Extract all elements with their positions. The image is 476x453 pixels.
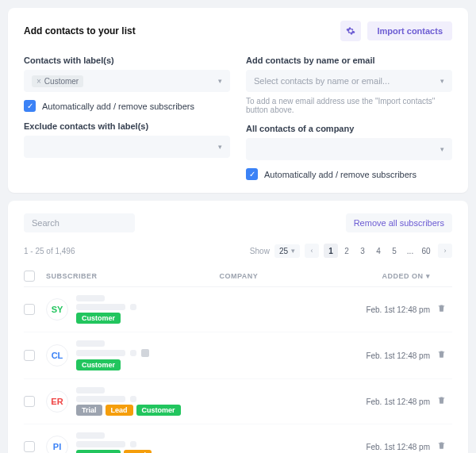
contacts-with-label-title: Contacts with label(s) [24, 56, 230, 65]
chevron-down-icon: ▾ [440, 145, 444, 153]
pagination-row: 1 - 25 of 1,496 Show 25 ▾ ‹ 12345...60 › [24, 244, 452, 258]
table-row: CLCustomerFeb. 1st 12:48 pm [24, 332, 452, 379]
auto-add-checkbox-1[interactable]: ✓ [24, 100, 36, 112]
chevron-down-icon: ▾ [440, 77, 444, 85]
tags: CustomerLead [76, 450, 219, 453]
customer-pill: × Customer [32, 75, 83, 87]
page-1[interactable]: 1 [324, 244, 338, 258]
tag-customer: Customer [76, 359, 121, 370]
added-on: Feb. 1st 12:48 pm [335, 351, 430, 360]
chevron-down-icon: ▾ [426, 272, 431, 280]
contacts-with-labels-section: Contacts with label(s) × Customer ▾ ✓ Au… [24, 56, 230, 180]
by-name-helper: To add a new email address use the "Impo… [246, 97, 452, 114]
table-row: PICustomerLeadFeb. 1st 12:48 pm [24, 424, 452, 453]
subscriber-cell: CustomerLead [76, 432, 219, 453]
list-toolbar: Search Remove all subscribers [24, 213, 452, 232]
filters-card: Add contacts to your list Import contact… [8, 8, 468, 193]
auto-add-row-1: ✓ Automatically add / remove subscribers [24, 100, 230, 112]
prev-page-button[interactable]: ‹ [305, 244, 319, 258]
delete-button[interactable] [437, 305, 446, 314]
settings-button[interactable] [340, 21, 361, 41]
row-checkbox[interactable] [24, 441, 35, 452]
company-select[interactable]: ▾ [246, 138, 452, 160]
tags: TrialLeadCustomer [76, 405, 219, 416]
pill-label: Customer [44, 77, 79, 86]
by-name-placeholder: Select contacts by name or email... [254, 76, 390, 86]
th-subscriber: SUBSCRIBER [46, 272, 219, 280]
row-checkbox[interactable] [24, 350, 35, 361]
tag-lead: Lead [106, 405, 133, 416]
added-on: Feb. 1st 12:48 pm [335, 397, 430, 406]
trash-icon [437, 304, 446, 313]
exclude-label-title: Exclude contacts with label(s) [24, 121, 230, 131]
page-title: Add contacts to your list [24, 25, 136, 36]
trash-icon [437, 396, 446, 405]
tag-lead: Lead [124, 450, 152, 453]
avatar: PI [46, 436, 68, 453]
show-label: Show [250, 247, 270, 255]
tag-trial: Trial [76, 405, 102, 416]
remove-all-button[interactable]: Remove all subscribers [346, 213, 452, 232]
search-input[interactable]: Search [24, 213, 135, 232]
by-name-select[interactable]: Select contacts by name or email... ▾ [246, 70, 452, 92]
contacts-with-label-select[interactable]: × Customer ▾ [24, 70, 230, 92]
select-all-checkbox[interactable] [24, 271, 35, 282]
by-name-title: Add contacts by name or email [246, 56, 452, 65]
auto-add-label-2: Automatically add / remove subscribers [264, 170, 416, 179]
note-icon [141, 349, 149, 357]
import-contacts-button[interactable]: Import contacts [367, 21, 452, 40]
avatar: CL [46, 344, 68, 367]
next-page-button[interactable]: › [438, 244, 452, 258]
show-value: 25 [279, 247, 288, 255]
range-text: 1 - 25 of 1,496 [24, 247, 75, 255]
page-4[interactable]: 4 [371, 244, 386, 258]
table-header: SUBSCRIBER COMPANY ADDED ON▾ [24, 266, 452, 287]
th-company: COMPANY [219, 272, 335, 280]
added-on: Feb. 1st 12:48 pm [335, 443, 430, 451]
page-60[interactable]: 60 [419, 244, 433, 258]
tags: Customer [76, 313, 219, 324]
tag-customer: Customer [76, 313, 121, 324]
subscriber-cell: Customer [76, 295, 219, 324]
trash-icon [437, 350, 446, 359]
table-row: SYCustomerFeb. 1st 12:48 pm [24, 287, 452, 332]
row-checkbox[interactable] [24, 304, 35, 315]
header-actions: Import contacts [340, 21, 452, 41]
auto-add-row-2: ✓ Automatically add / remove subscribers [246, 168, 452, 180]
page-5[interactable]: 5 [387, 244, 401, 258]
chevron-down-icon: ▾ [291, 247, 295, 255]
subscriber-cell: TrialLeadCustomer [76, 387, 219, 416]
delete-button[interactable] [437, 351, 446, 360]
pagination-controls: Show 25 ▾ ‹ 12345...60 › [250, 244, 452, 258]
tags: Customer [76, 359, 219, 370]
card-header: Add contacts to your list Import contact… [24, 21, 452, 41]
avatar: ER [46, 390, 68, 413]
close-icon[interactable]: × [36, 77, 41, 86]
exclude-label-select[interactable]: ▾ [24, 136, 230, 158]
company-title: All contacts of a company [246, 124, 452, 133]
avatar: SY [46, 298, 68, 321]
added-on: Feb. 1st 12:48 pm [335, 305, 430, 314]
show-select[interactable]: 25 ▾ [274, 244, 300, 258]
subscribers-card: Search Remove all subscribers 1 - 25 of … [8, 201, 468, 453]
page-3[interactable]: 3 [355, 244, 370, 258]
auto-add-label-1: Automatically add / remove subscribers [42, 102, 194, 111]
row-checkbox[interactable] [24, 396, 35, 407]
trash-icon [437, 441, 446, 450]
auto-add-checkbox-2[interactable]: ✓ [246, 168, 258, 180]
gear-icon [346, 26, 355, 36]
delete-button[interactable] [437, 442, 446, 451]
page-...: ... [403, 244, 417, 258]
add-by-name-section: Add contacts by name or email Select con… [246, 56, 452, 180]
table-row: ERTrialLeadCustomerFeb. 1st 12:48 pm [24, 379, 452, 424]
th-added[interactable]: ADDED ON▾ [335, 272, 430, 280]
chevron-down-icon: ▾ [218, 143, 222, 151]
subscriber-cell: Customer [76, 340, 219, 370]
tag-customer: Customer [76, 450, 121, 453]
delete-button[interactable] [437, 397, 446, 406]
filter-row-1: Contacts with label(s) × Customer ▾ ✓ Au… [24, 56, 452, 180]
tag-customer: Customer [136, 405, 181, 416]
table-body: SYCustomerFeb. 1st 12:48 pmCLCustomerFeb… [24, 287, 452, 453]
chevron-down-icon: ▾ [218, 77, 222, 85]
page-2[interactable]: 2 [340, 244, 354, 258]
